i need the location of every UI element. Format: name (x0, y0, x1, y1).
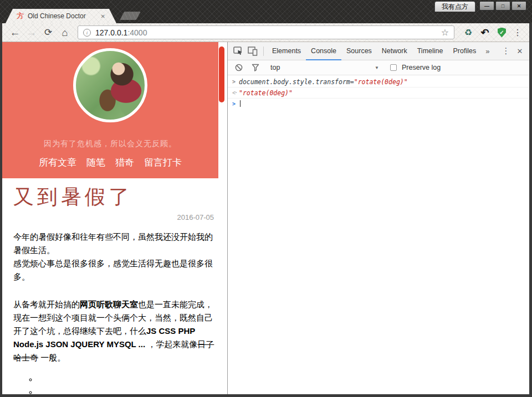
profile-button[interactable]: 我有点方 (434, 1, 475, 12)
article-date: 2016-07-05 (13, 213, 215, 221)
minimize-button[interactable]: — (479, 1, 494, 11)
devtools-close-icon[interactable]: ✕ (514, 47, 526, 55)
devtools-tab-elements[interactable]: Elements (267, 42, 306, 60)
close-icon: ✕ (517, 3, 521, 9)
shield-extension-icon[interactable]: ✓ (497, 28, 507, 38)
devtools-tab-bar: Elements Console Sources Network Timelin… (228, 42, 529, 60)
console-input-prompt-icon: > (232, 101, 239, 107)
chevron-down-icon: ▼ (375, 65, 379, 70)
page-info-icon[interactable]: i (83, 29, 91, 37)
article-title: 又到暑假了 (13, 186, 215, 209)
bookmark-star-icon[interactable]: ☆ (441, 27, 449, 38)
devtools-tab-timeline[interactable]: Timeline (412, 42, 448, 60)
tab-close-icon[interactable]: ✕ (101, 13, 105, 19)
recycle-extension-icon[interactable]: ♻ (461, 28, 475, 37)
article-paragraph-2: 从备考就开始搞的网页听歌聊天室也是一直未能完成，现在一想到这个项目就一个头俩个大… (13, 298, 215, 364)
code-text: document.body.style.transform= (239, 78, 354, 86)
profile-label: 我有点方 (442, 2, 468, 12)
context-label: top (270, 64, 375, 71)
console-command-text: document.body.style.transform="rotate(0d… (239, 78, 408, 86)
restore-button[interactable]: □ (495, 1, 510, 11)
paragraph-text: 今年的暑假好像和往年有些不同，虽然我还没开始我的暑假生活。 (13, 232, 213, 255)
tab-title: Old Chinese Doctor (28, 12, 97, 20)
shield-check-icon: ✓ (499, 29, 504, 35)
nav-link-all-posts[interactable]: 所有文章 (39, 156, 76, 169)
title-bar: 我有点方 — □ ✕ 方 Old Chinese Doctor ✕ (0, 0, 532, 23)
window-controls: — □ ✕ (479, 1, 526, 11)
address-bar[interactable]: i 127.0.0.1:4000 ☆ (78, 25, 454, 39)
divider (263, 47, 264, 56)
text-cursor (240, 100, 241, 107)
preserve-log-label: Preserve log (402, 64, 441, 71)
inspect-element-icon[interactable] (231, 44, 245, 58)
nav-link-curious[interactable]: 猎奇 (115, 156, 134, 169)
navigation-toolbar: ← → ⟳ ⌂ i 127.0.0.1:4000 ☆ ♻ ↶ ✓ ⋮ (2, 23, 529, 42)
page-scrollbar-thumb[interactable] (219, 47, 224, 102)
url-text: 127.0.0.1:4000 (95, 28, 147, 37)
paragraph-text: 感觉烦心事总是很多很多，感觉生活得无趣也是很多很多。 (13, 259, 213, 281)
avatar (73, 48, 147, 122)
paragraph-text: ，学起来就像 (145, 339, 197, 349)
minimize-icon: — (484, 3, 489, 9)
undo-extension-icon[interactable]: ↶ (478, 28, 492, 38)
url-port: :4000 (127, 28, 147, 37)
console-output[interactable]: > document.body.style.transform="rotate(… (228, 75, 529, 394)
chrome-menu-icon[interactable]: ⋮ (511, 27, 524, 38)
web-page: 因为有了危机感，所以会义无反顾。 所有文章 随笔 猎奇 留言打卡 又到暑假了 2… (2, 42, 227, 394)
list-item (38, 375, 215, 388)
browser-tab[interactable]: 方 Old Chinese Doctor ✕ (6, 9, 116, 23)
blog-article: 又到暑假了 2016-07-05 今年的暑假好像和往年有些不同，虽然我还没开始我… (2, 178, 218, 394)
execution-context-select[interactable]: top ▼ (270, 64, 379, 71)
device-toolbar-icon[interactable] (245, 44, 260, 58)
console-toolbar: top ▼ Preserve log (228, 60, 529, 75)
console-prompt-icon: > (232, 79, 239, 85)
nav-link-guestbook[interactable]: 留言打卡 (144, 156, 182, 169)
devtools-panel: Elements Console Sources Network Timelin… (227, 42, 529, 394)
list-item (38, 388, 215, 394)
url-host: 127.0.0.1 (95, 28, 127, 37)
content-area: 因为有了危机感，所以会义无反顾。 所有文章 随笔 猎奇 留言打卡 又到暑假了 2… (2, 42, 529, 394)
paragraph-text: 从备考就开始搞的 (13, 300, 80, 309)
blog-header: 因为有了危机感，所以会义无反顾。 所有文章 随笔 猎奇 留言打卡 (2, 42, 218, 178)
filter-icon[interactable] (248, 60, 263, 75)
browser-window: 我有点方 — □ ✕ 方 Old Chinese Doctor ✕ ← → ⟳ … (0, 0, 532, 397)
close-button[interactable]: ✕ (511, 1, 526, 11)
console-input-row[interactable]: > (228, 99, 529, 108)
devtools-controls: ⋮ ✕ (500, 46, 526, 56)
reload-icon[interactable]: ⟳ (41, 28, 55, 37)
back-icon[interactable]: ← (8, 27, 22, 38)
empty-bullet-list (13, 375, 215, 394)
preserve-log-checkbox[interactable] (390, 64, 397, 71)
console-result-arrow-icon: <· (232, 90, 239, 96)
home-icon[interactable]: ⌂ (58, 28, 72, 38)
paragraph-text: 一般。 (38, 353, 65, 362)
blog-nav: 所有文章 随笔 猎奇 留言打卡 (2, 156, 218, 169)
devtools-tab-sources[interactable]: Sources (341, 42, 377, 60)
devtools-tab-network[interactable]: Network (377, 42, 412, 60)
article-paragraph-1: 今年的暑假好像和往年有些不同，虽然我还没开始我的暑假生活。感觉烦心事总是很多很多… (13, 230, 215, 283)
tab-favicon: 方 (17, 11, 24, 21)
devtools-tab-console[interactable]: Console (306, 42, 341, 60)
blog-tagline: 因为有了危机感，所以会义无反顾。 (2, 139, 218, 149)
new-tab-button[interactable] (120, 12, 141, 20)
nav-link-essays[interactable]: 随笔 (86, 156, 105, 169)
string-literal: "rotate(0deg)" (354, 78, 408, 86)
devtools-tab-profiles[interactable]: Profiles (448, 42, 481, 60)
console-result-text: "rotate(0deg)" (239, 89, 293, 97)
clear-console-icon[interactable] (232, 60, 246, 75)
restore-icon: □ (502, 3, 504, 9)
bold-text: 网页听歌聊天室 (80, 300, 138, 309)
more-tabs-icon[interactable]: » (481, 47, 494, 55)
console-result-entry: <· "rotate(0deg)" (228, 87, 529, 99)
console-command-entry: > document.body.style.transform="rotate(… (228, 76, 529, 87)
devtools-menu-icon[interactable]: ⋮ (500, 46, 511, 56)
forward-icon[interactable]: → (24, 27, 39, 38)
